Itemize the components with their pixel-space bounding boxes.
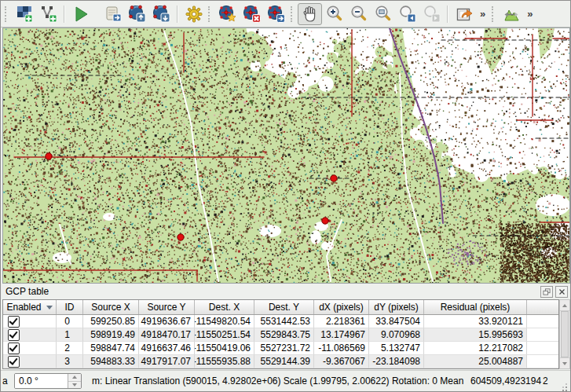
cell: 33.847504 (369, 315, 424, 328)
cell: 4916637.46 (139, 342, 195, 355)
move-point-icon (267, 5, 286, 24)
load-gcp-icon (128, 5, 147, 24)
table-scrollbar[interactable] (559, 299, 570, 369)
column-header-label: Source X (91, 302, 130, 313)
load-gcp-points-button[interactable] (125, 3, 149, 25)
column-header-label: dX (pixels) (319, 302, 364, 313)
add-point-button[interactable] (215, 3, 240, 25)
move-point-button[interactable] (264, 3, 288, 25)
table-row[interactable]: 0599250.854919636.67-11549820.545531442.… (3, 315, 558, 328)
delete-point-button[interactable] (240, 3, 264, 25)
gear-icon (185, 5, 203, 24)
column-header-label: Dest. Y (269, 302, 299, 313)
transformation-settings-button[interactable] (181, 3, 206, 25)
cell: -11550251.54 (195, 328, 254, 342)
column-header-dest-x[interactable]: Dest. X (195, 300, 254, 314)
toolbar-overflow-button[interactable]: » (527, 8, 533, 20)
cell: 12.217082 (424, 342, 527, 355)
arrow-down-icon (562, 362, 567, 365)
start-georeferencing-button[interactable] (68, 3, 93, 25)
row-filler (527, 315, 558, 328)
toolbar-drag-handle[interactable] (492, 6, 496, 22)
status-bar: a m: Linear Translation (590015, 4.92802… (1, 370, 570, 391)
rotation-input[interactable] (15, 374, 68, 388)
cell: 15.995693 (424, 328, 527, 342)
play-icon (71, 5, 90, 24)
clipped-label: a (2, 376, 9, 387)
toolbar-drag-handle[interactable] (5, 6, 9, 22)
cell: 598919.49 (83, 328, 139, 342)
gdal-script-button[interactable] (101, 3, 125, 25)
cell: 5527231.72 (254, 342, 314, 355)
enabled-checkbox[interactable] (8, 316, 20, 328)
histogram-stretch-icon (502, 5, 521, 24)
column-header-label: Source Y (147, 302, 185, 313)
save-gcp-icon (152, 5, 171, 24)
pan-button[interactable] (298, 3, 322, 25)
toolbar-drag-handle[interactable] (208, 6, 213, 22)
cell: 5529843.75 (254, 328, 314, 342)
pan-hand-icon (301, 5, 320, 24)
enabled-checkbox[interactable] (8, 356, 20, 368)
close-panel-button[interactable] (555, 286, 568, 298)
save-gcp-points-button[interactable] (149, 3, 174, 25)
add-vector-button[interactable] (36, 3, 60, 25)
cell: 5.132747 (369, 342, 424, 355)
row-filler (527, 355, 558, 368)
toolbar-drag-handle[interactable] (291, 6, 295, 22)
column-header-label: Enabled (6, 302, 41, 313)
add-point-icon (218, 5, 237, 24)
column-header-source-x[interactable]: Source X (83, 300, 139, 314)
column-header-dx[interactable]: dX (pixels) (314, 300, 369, 314)
rotation-spinbox[interactable] (14, 373, 82, 389)
gcp-table-body: 0599250.854919636.67-11549820.545531442.… (3, 315, 558, 368)
gcp-table-header: Enabled ID Source X Source Y Dest. X Des… (3, 300, 558, 315)
zoom-next-button[interactable] (419, 3, 444, 25)
cell: 598847.74 (83, 342, 139, 355)
cell: 13.174967 (314, 328, 369, 342)
open-raster-button[interactable] (12, 3, 36, 25)
zoom-out-icon (350, 5, 368, 24)
cell: 594883.33 (83, 355, 139, 368)
column-header-source-y[interactable]: Source Y (139, 300, 195, 314)
column-header-dest-y[interactable]: Dest. Y (254, 300, 314, 314)
float-panel-button[interactable] (540, 286, 553, 298)
scrollbar-thumb[interactable] (561, 311, 569, 357)
zoom-last-button[interactable] (395, 3, 419, 25)
column-header-id[interactable]: ID (57, 300, 83, 314)
zoom-in-icon (325, 5, 344, 24)
toolbar: » » (1, 1, 570, 27)
table-row[interactable]: 3594883.334917917.07-11555935.885529144.… (3, 355, 558, 368)
column-header-residual[interactable]: Residual (pixels) (424, 300, 527, 314)
scroll-up-button[interactable] (560, 300, 569, 311)
histogram-stretch-button[interactable] (499, 3, 523, 25)
zoom-out-button[interactable] (346, 3, 371, 25)
cell: -11550419.06 (195, 342, 254, 355)
transform-status-text: m: Linear Translation (590015, 4.92802e+… (92, 376, 489, 387)
spin-down-button[interactable] (68, 382, 81, 389)
enabled-checkbox[interactable] (8, 343, 20, 354)
georeferencer-window: { "toolbar": { "overflow_label": "\u00bb… (0, 0, 571, 392)
resize-grip[interactable] (566, 387, 567, 388)
cell: 4919636.67 (139, 315, 195, 328)
column-header-enabled[interactable]: Enabled (3, 300, 57, 314)
map-canvas[interactable] (3, 28, 569, 283)
delete-point-icon (243, 5, 262, 24)
link-georeferencer-to-qgis-button[interactable] (452, 3, 476, 25)
scroll-down-button[interactable] (560, 357, 569, 368)
script-icon (104, 5, 123, 24)
enabled-checkbox[interactable] (8, 329, 20, 341)
enabled-cell (3, 315, 57, 328)
map-frame (2, 27, 570, 284)
spin-up-button[interactable] (68, 374, 81, 382)
zoom-to-layer-button[interactable] (371, 3, 395, 25)
table-row[interactable]: 1598919.494918470.17-11550251.545529843.… (3, 328, 558, 342)
cell: -9.367067 (314, 355, 369, 368)
enabled-cell (3, 328, 57, 342)
toolbar-overflow-button[interactable]: » (480, 8, 485, 20)
column-header-label: Dest. X (209, 302, 240, 313)
table-row[interactable]: 2598847.744916637.46-11550419.065527231.… (3, 342, 558, 355)
column-header-dy[interactable]: dY (pixels) (369, 300, 424, 314)
column-header-label: ID (65, 302, 75, 313)
zoom-in-button[interactable] (322, 3, 346, 25)
